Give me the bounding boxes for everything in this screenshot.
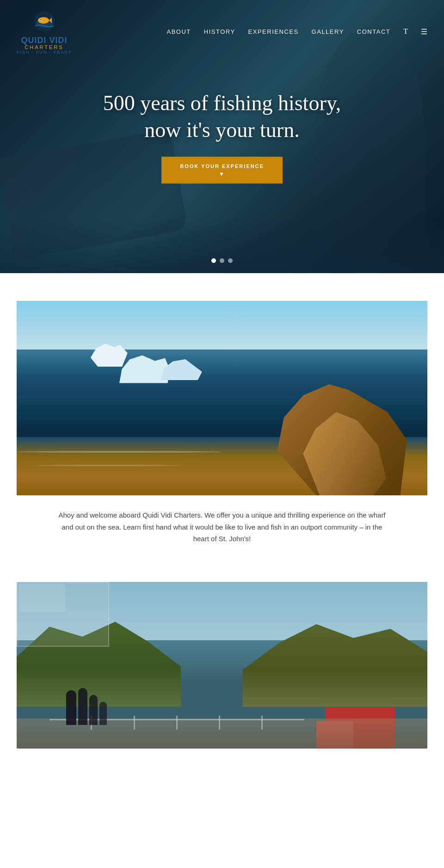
logo[interactable]: QUIDI VIDI CHARTERS FISH · FUN · FEAST [17, 8, 72, 55]
hero-water [0, 218, 444, 273]
nav-search-icon[interactable]: T [403, 27, 408, 36]
rail-post-3 [176, 716, 178, 730]
welcome-text: Ahoy and welcome aboard Quidi Vidi Chart… [56, 509, 388, 545]
person-3 [89, 695, 98, 725]
person-1 [66, 690, 76, 725]
boat-window [19, 584, 65, 612]
hero-content: 500 years of fishing history, now it's y… [83, 90, 361, 184]
nav-item-gallery[interactable]: GALLERY [312, 27, 344, 36]
hero-title: 500 years of fishing history, now it's y… [83, 90, 361, 143]
wave-2 [37, 465, 181, 466]
rail-post-2 [134, 716, 135, 730]
cta-arrow-icon: ▼ [180, 171, 264, 177]
slider-dots [211, 258, 233, 263]
harbor-section [0, 563, 444, 749]
nav-link-gallery[interactable]: GALLERY [312, 28, 344, 35]
nav-menu-icon[interactable]: ☰ [421, 27, 427, 36]
content-section: Ahoy and welcome aboard Quidi Vidi Chart… [0, 273, 444, 563]
nav-item-contact[interactable]: CONTACT [357, 27, 390, 36]
book-experience-button[interactable]: BOOK YOUR EXPERIENCE ▼ [161, 157, 283, 184]
harbor-image [17, 582, 427, 749]
svg-point-5 [40, 19, 41, 20]
nav-link-contact[interactable]: CONTACT [357, 28, 390, 35]
slider-dot-1[interactable] [211, 258, 216, 263]
wave-1 [17, 451, 222, 453]
nav-item-history[interactable]: HISTORY [204, 27, 235, 36]
nav-links: ABOUT HISTORY EXPERIENCES GALLERY CONTAC… [166, 27, 427, 36]
rail-post-4 [219, 716, 220, 730]
nav-link-history[interactable]: HISTORY [204, 28, 235, 35]
nav-link-experiences[interactable]: EXPERIENCES [248, 28, 299, 35]
svg-point-2 [38, 17, 49, 24]
brand-name-line2: CHARTERS [25, 44, 63, 50]
rail-post-5 [261, 716, 263, 730]
brand-tagline: FISH · FUN · FEAST [17, 50, 72, 55]
brand-name-line1: QUIDI VIDI [21, 36, 68, 44]
navigation: QUIDI VIDI CHARTERS FISH · FUN · FEAST A… [0, 0, 444, 63]
ocean-iceberg-image [17, 301, 427, 495]
nav-item-experiences[interactable]: EXPERIENCES [248, 27, 299, 36]
person-4 [99, 702, 107, 725]
slider-dot-3[interactable] [228, 258, 233, 263]
nav-item-about[interactable]: ABOUT [166, 27, 191, 36]
cta-label: BOOK YOUR EXPERIENCE [180, 163, 264, 169]
person-2 [78, 688, 87, 725]
slider-dot-2[interactable] [220, 258, 224, 263]
nav-link-about[interactable]: ABOUT [166, 28, 191, 35]
harbor-people [66, 688, 107, 725]
